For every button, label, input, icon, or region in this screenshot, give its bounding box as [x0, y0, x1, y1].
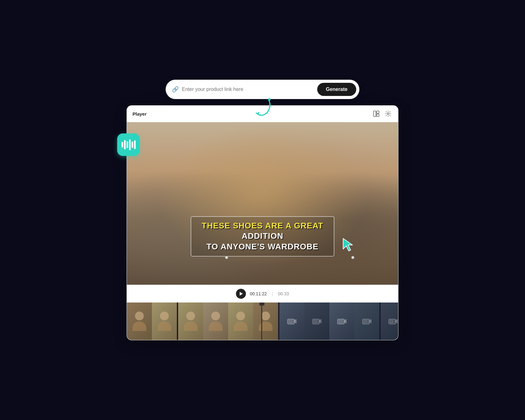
time-separator: | [272, 291, 273, 296]
thumb-body-2c [234, 322, 248, 331]
thumb-2b [203, 302, 228, 340]
thumb-2c [228, 302, 253, 340]
thumb-3b [304, 302, 329, 340]
cursor-arrow [342, 237, 354, 253]
subtitle-box[interactable]: THESE SHOES ARE A GREAT ADDITIONTO ANYON… [191, 216, 334, 257]
bar-6 [134, 140, 136, 149]
timeline-segment-4-selected[interactable] [329, 302, 379, 340]
settings-icon[interactable] [384, 109, 392, 118]
svg-rect-3 [377, 114, 379, 117]
svg-point-14 [339, 320, 342, 323]
thumb-head-1b [160, 312, 169, 320]
thumb-2d [253, 302, 278, 340]
selection-handle-left[interactable] [225, 256, 228, 259]
selection-handle-right[interactable] [351, 256, 354, 259]
thumb-head-1a [135, 312, 144, 320]
thumb-1b [152, 302, 177, 340]
thumb-head-2a [186, 312, 195, 320]
svg-marker-13 [344, 319, 346, 323]
url-bar: 🔗 Generate [166, 80, 359, 99]
thumb-head-2d [261, 312, 270, 320]
svg-marker-7 [294, 319, 296, 323]
time-current: 00:11:22 [250, 291, 267, 296]
thumb-3a [279, 302, 304, 340]
main-container: 🔗 Generate Player [122, 80, 403, 340]
timeline-container[interactable] [127, 302, 398, 340]
bar-2 [124, 140, 126, 149]
thumb-body-2b [209, 322, 222, 331]
player-header-icons [372, 109, 392, 118]
svg-marker-5 [343, 238, 352, 251]
timeline-segment-1[interactable] [127, 302, 177, 340]
thumb-2a [178, 302, 203, 340]
thumb-5a [381, 302, 398, 340]
svg-point-8 [289, 320, 292, 323]
timeline-segment-5[interactable] [381, 302, 398, 340]
audio-pill[interactable] [117, 133, 140, 156]
thumb-1a [127, 302, 152, 340]
thumb-face-1a [127, 302, 152, 340]
thumb-head-2b [211, 312, 220, 320]
player-box: Player [127, 105, 398, 340]
time-total: 00:33 [278, 291, 289, 296]
svg-rect-2 [377, 111, 379, 113]
bar-1 [122, 142, 123, 148]
svg-marker-19 [396, 319, 398, 323]
thumb-body-2a [184, 322, 198, 331]
player-controls: 00:11:22 | 00:33 [127, 285, 398, 302]
generate-button[interactable]: Generate [317, 83, 356, 96]
subtitle-highlight: THESE SHOES ARE A GREAT [202, 221, 323, 230]
svg-point-20 [390, 320, 393, 323]
play-icon [240, 292, 243, 296]
player-title: Player [132, 111, 147, 117]
svg-point-17 [364, 320, 367, 323]
bar-4 [129, 139, 131, 150]
thumb-body-1b [158, 322, 171, 331]
svg-point-11 [314, 320, 317, 323]
thumb-face-2b [203, 302, 228, 340]
playhead[interactable] [261, 302, 262, 340]
video-overlay [127, 122, 398, 285]
thumb-4b [354, 302, 379, 340]
subtitle-normal: ADDITIONTO ANYONE'S WARDROBE [207, 231, 318, 251]
thumb-face-2c [228, 302, 253, 340]
svg-marker-16 [369, 319, 371, 323]
thumb-face-1b [152, 302, 177, 340]
bar-5 [132, 142, 133, 148]
layout-icon[interactable] [372, 109, 381, 118]
link-icon: 🔗 [172, 86, 179, 93]
svg-marker-10 [319, 319, 321, 323]
thumb-body-1a [132, 322, 146, 331]
svg-point-4 [387, 113, 389, 115]
timeline-segment-3[interactable] [279, 302, 329, 340]
video-area[interactable]: THESE SHOES ARE A GREAT ADDITIONTO ANYON… [127, 122, 398, 285]
thumb-head-2c [236, 312, 245, 320]
timeline-track [127, 302, 398, 340]
timeline-segment-2-selected[interactable] [178, 302, 278, 340]
thumb-face-2d [253, 302, 278, 340]
player-header: Player [127, 106, 398, 122]
player-wrapper: Player [127, 105, 398, 340]
bar-3 [127, 141, 128, 148]
playhead-handle [259, 302, 264, 306]
svg-rect-1 [373, 111, 376, 117]
thumb-4a [329, 302, 354, 340]
play-button[interactable] [236, 289, 246, 299]
audio-bars [122, 139, 136, 150]
thumb-body-2d [259, 322, 272, 331]
product-link-input[interactable] [182, 87, 317, 92]
subtitle-text: THESE SHOES ARE A GREAT ADDITIONTO ANYON… [198, 221, 328, 252]
thumb-face-2a [178, 302, 203, 340]
